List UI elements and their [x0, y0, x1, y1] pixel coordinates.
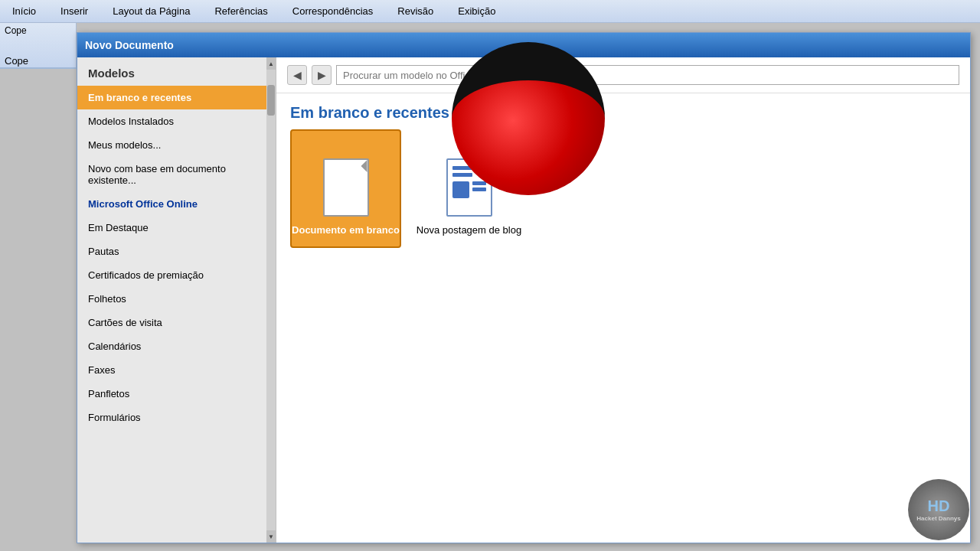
sidebar-item-panfletos[interactable]: Panfletos	[77, 382, 276, 406]
menu-exibicao[interactable]: Exibição	[446, 2, 508, 20]
menu-inicio[interactable]: Início	[0, 2, 48, 20]
blog-image-placeholder	[452, 181, 469, 198]
hd-text: HD	[928, 498, 950, 514]
sidebar-item-cartoes[interactable]: Cartões de visita	[77, 311, 276, 334]
blog-line-1	[452, 166, 479, 170]
novo-documento-dialog: Novo Documento Modelos Em branco e recen…	[77, 32, 971, 543]
dialog-content: Modelos Em branco e recentes Modelos Ins…	[77, 57, 970, 543]
sidebar-item-modelos-instalados[interactable]: Modelos Instalados	[77, 109, 276, 133]
blog-line-3	[472, 181, 486, 185]
dialog-title: Novo Documento	[85, 39, 174, 51]
sidebar-item-certificados[interactable]: Certificados de premiação	[77, 263, 276, 287]
sidebar-item-folhetos[interactable]: Folhetos	[77, 287, 276, 311]
sidebar-item-microsoft-online[interactable]: Microsoft Office Online	[77, 192, 276, 216]
cope-label: Cope	[5, 55, 28, 67]
blank-doc-icon	[323, 158, 369, 217]
menu-revisao[interactable]: Revisão	[385, 2, 446, 20]
search-bar: ◀ ▶	[276, 57, 970, 93]
ribbon-cope: Cope	[0, 23, 76, 38]
dialog-titlebar: Novo Documento	[77, 33, 970, 57]
sidebar-item-pautas[interactable]: Pautas	[77, 240, 276, 263]
template-blank-label: Documento em branco	[292, 224, 400, 237]
main-content: ◀ ▶ Em branco e recentes Documento em br…	[276, 57, 970, 543]
section-title: Em branco e recentes	[276, 93, 970, 129]
sidebar-item-em-branco[interactable]: Em branco e recentes	[77, 86, 276, 109]
scroll-thumb[interactable]	[267, 85, 275, 116]
menu-referencias[interactable]: Referências	[202, 2, 279, 20]
menu-bar: Início Inserir Layout da Página Referênc…	[0, 0, 980, 23]
scroll-down-arrow[interactable]: ▼	[266, 530, 276, 543]
back-button[interactable]: ◀	[287, 65, 307, 85]
template-blog-label: Nova postagem de blog	[416, 224, 521, 237]
blog-line-4	[472, 187, 486, 191]
hd-sub: Hacket Dannys	[916, 515, 960, 522]
template-blog-post[interactable]: Nova postagem de blog	[413, 129, 524, 248]
forward-button[interactable]: ▶	[312, 65, 332, 85]
templates-grid: Documento em branco	[276, 129, 970, 248]
sidebar-item-novo-base[interactable]: Novo com base em documento existente...	[77, 157, 276, 192]
hd-watermark: HD Hacket Dannys	[908, 479, 969, 540]
scroll-up-arrow[interactable]: ▲	[266, 57, 276, 70]
sidebar-scrollbar[interactable]: ▲ ▼	[266, 57, 276, 543]
sidebar-item-em-destaque[interactable]: Em Destaque	[77, 216, 276, 240]
sidebar: Modelos Em branco e recentes Modelos Ins…	[77, 57, 276, 543]
search-input[interactable]	[336, 65, 959, 85]
sidebar-item-formularios[interactable]: Formulários	[77, 406, 276, 429]
menu-layout[interactable]: Layout da Página	[100, 2, 202, 20]
sidebar-header: Modelos	[77, 57, 276, 86]
sidebar-item-faxes[interactable]: Faxes	[77, 358, 276, 382]
blog-doc-icon	[446, 158, 492, 217]
blog-line-2	[452, 173, 472, 177]
sidebar-item-calendarios[interactable]: Calendários	[77, 334, 276, 358]
sidebar-item-meus-modelos[interactable]: Meus modelos...	[77, 133, 276, 157]
menu-inserir[interactable]: Inserir	[48, 2, 100, 20]
template-blank-document[interactable]: Documento em branco	[290, 129, 401, 248]
menu-correspondencias[interactable]: Correspondências	[280, 2, 386, 20]
